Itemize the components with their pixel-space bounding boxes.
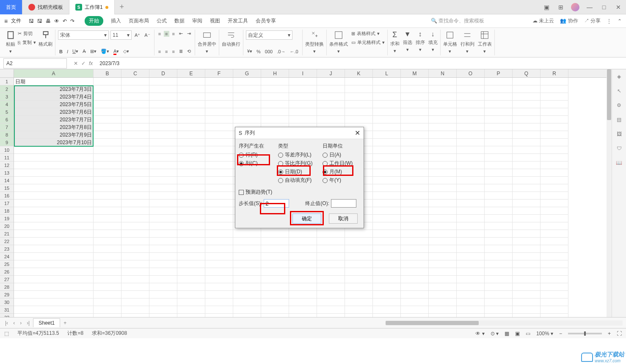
cell[interactable]: [94, 177, 121, 184]
cell[interactable]: [149, 108, 177, 116]
cell[interactable]: [14, 200, 94, 207]
cell[interactable]: [401, 123, 429, 131]
cell[interactable]: [149, 169, 177, 177]
cell[interactable]: [401, 260, 429, 268]
cell[interactable]: [14, 192, 94, 200]
cell[interactable]: [149, 78, 177, 85]
cell[interactable]: [205, 161, 233, 169]
hamburger-icon[interactable]: ≡: [4, 18, 8, 25]
radio-row-c[interactable]: 列(C): [239, 160, 276, 167]
col-head-I[interactable]: I: [289, 69, 317, 77]
cell[interactable]: [233, 108, 261, 116]
cell[interactable]: [345, 85, 373, 93]
cell[interactable]: 2023年7月3日: [14, 85, 94, 93]
cell[interactable]: [485, 93, 513, 101]
row-head-1[interactable]: 1: [0, 78, 14, 85]
cell[interactable]: [457, 253, 485, 260]
cell[interactable]: [429, 123, 457, 131]
cell[interactable]: [457, 85, 485, 93]
cell[interactable]: [177, 169, 205, 177]
cell[interactable]: [289, 238, 317, 245]
cell[interactable]: [373, 245, 401, 253]
cell[interactable]: [513, 139, 541, 146]
cell[interactable]: [513, 169, 541, 177]
row-head-20[interactable]: 20: [0, 222, 14, 230]
cell[interactable]: [429, 139, 457, 146]
cell[interactable]: [401, 207, 429, 215]
cell[interactable]: [457, 146, 485, 154]
cell[interactable]: [541, 222, 568, 230]
cell[interactable]: [373, 93, 401, 101]
cell[interactable]: [14, 169, 94, 177]
cell[interactable]: [289, 116, 317, 123]
cell[interactable]: [373, 283, 401, 291]
cell[interactable]: [121, 139, 149, 146]
cell[interactable]: [289, 85, 317, 93]
cell[interactable]: [345, 93, 373, 101]
cell[interactable]: [429, 314, 457, 317]
cell[interactable]: [261, 268, 289, 276]
cell[interactable]: [345, 291, 373, 298]
sheet-nav-prev[interactable]: ‹: [11, 320, 17, 326]
minimize-button[interactable]: —: [585, 4, 594, 11]
cell[interactable]: [289, 268, 317, 276]
zoom-out-icon[interactable]: −: [559, 331, 562, 337]
sheet-button[interactable]: 工作表▾: [478, 30, 492, 54]
cell[interactable]: [261, 245, 289, 253]
wrap-button[interactable]: 自动换行: [222, 30, 240, 47]
cell[interactable]: [233, 230, 261, 238]
cell[interactable]: [485, 238, 513, 245]
cell[interactable]: [429, 283, 457, 291]
cell[interactable]: [401, 298, 429, 306]
cell[interactable]: [373, 230, 401, 238]
cell[interactable]: [513, 314, 541, 317]
cell[interactable]: [541, 283, 568, 291]
cell[interactable]: 2023年7月6日: [14, 108, 94, 116]
currency-icon[interactable]: ¥▾: [246, 48, 254, 55]
cell[interactable]: [513, 101, 541, 108]
maximize-button[interactable]: □: [600, 4, 608, 11]
cell[interactable]: [485, 184, 513, 192]
cell[interactable]: [485, 85, 513, 93]
decrease-font-icon[interactable]: A⁻: [143, 32, 151, 38]
cell[interactable]: [177, 161, 205, 169]
cell[interactable]: [233, 283, 261, 291]
cell[interactable]: [373, 85, 401, 93]
cell[interactable]: [177, 238, 205, 245]
cell[interactable]: [177, 93, 205, 101]
cell[interactable]: [429, 177, 457, 184]
cell[interactable]: [429, 268, 457, 276]
cell[interactable]: [14, 230, 94, 238]
row-head-27[interactable]: 27: [0, 276, 14, 283]
cell[interactable]: [289, 108, 317, 116]
zoom-slider[interactable]: 100% ▾: [536, 331, 553, 337]
cell[interactable]: [513, 283, 541, 291]
cell[interactable]: [94, 230, 121, 238]
sheet-tab-1[interactable]: Sheet1: [33, 318, 60, 327]
cell[interactable]: [289, 101, 317, 108]
cell[interactable]: [401, 93, 429, 101]
cell[interactable]: [94, 253, 121, 260]
cell[interactable]: [513, 93, 541, 101]
underline-icon[interactable]: U▾: [71, 48, 80, 55]
cell[interactable]: [541, 154, 568, 161]
cell[interactable]: [14, 146, 94, 154]
cell[interactable]: [121, 101, 149, 108]
cell[interactable]: [485, 123, 513, 131]
menu-start[interactable]: 开始: [85, 16, 103, 26]
cell[interactable]: [485, 230, 513, 238]
cell[interactable]: [317, 230, 345, 238]
cell[interactable]: [205, 283, 233, 291]
cell[interactable]: [94, 207, 121, 215]
cell[interactable]: [177, 108, 205, 116]
cell[interactable]: [485, 215, 513, 222]
cell[interactable]: [261, 93, 289, 101]
cancel-fx-icon[interactable]: ✕: [74, 60, 78, 66]
align-left-icon[interactable]: ≡: [157, 49, 162, 55]
numfmt-select[interactable]: 自定义▾: [246, 30, 292, 40]
cell[interactable]: [457, 116, 485, 123]
cell[interactable]: [177, 139, 205, 146]
cell[interactable]: [429, 207, 457, 215]
cell[interactable]: [429, 298, 457, 306]
cell[interactable]: [373, 276, 401, 283]
